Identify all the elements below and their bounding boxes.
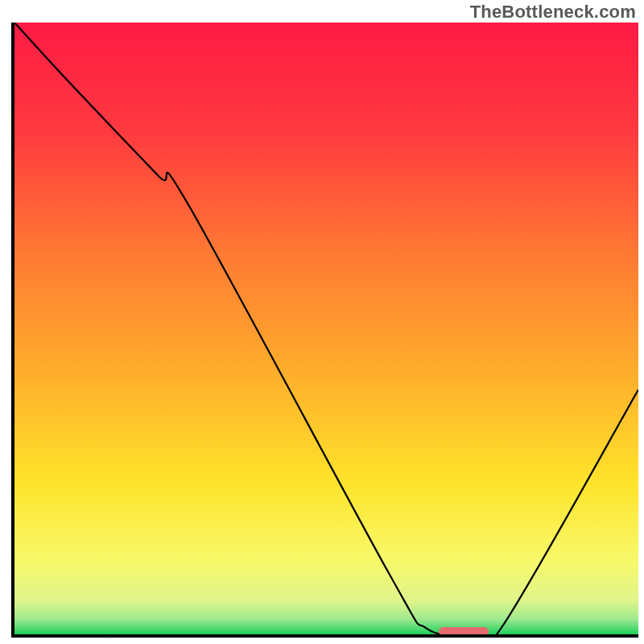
watermark-text: TheBottleneck.com (470, 2, 636, 23)
optimal-marker (439, 627, 489, 636)
gradient-rect (14, 23, 638, 634)
chart-svg (14, 23, 638, 634)
chart-frame: TheBottleneck.com (0, 0, 644, 644)
chart-plot-area (11, 23, 638, 638)
